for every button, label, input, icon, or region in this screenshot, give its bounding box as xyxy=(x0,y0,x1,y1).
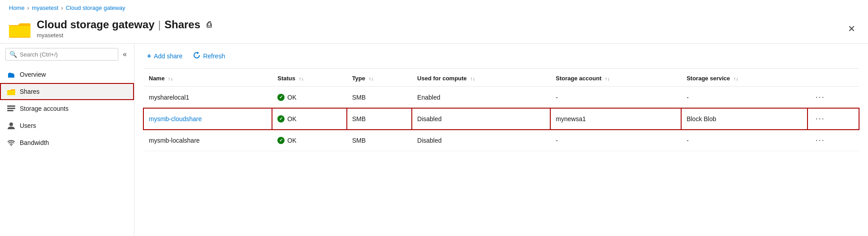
cell-name-0[interactable]: mysharelocal1 xyxy=(143,87,272,108)
table-row[interactable]: mysmb-localshare OK SMB Disabled - - ··· xyxy=(143,130,859,151)
svg-rect-9 xyxy=(7,108,15,109)
cell-status-0: OK xyxy=(272,87,346,108)
search-icon: 🔍 xyxy=(9,51,17,58)
sidebar-item-overview[interactable]: Overview xyxy=(0,66,134,83)
page-wrapper: Home › myasetest › Cloud storage gateway… xyxy=(0,0,868,236)
cell-status-1: OK xyxy=(272,108,346,130)
sidebar-label-shares: Shares xyxy=(20,88,39,95)
svg-rect-6 xyxy=(8,75,14,78)
breadcrumb-home[interactable]: Home xyxy=(9,4,25,11)
cell-more-2[interactable]: ··· xyxy=(808,130,859,151)
more-button-0[interactable]: ··· xyxy=(813,92,828,103)
refresh-icon xyxy=(193,52,200,60)
cell-compute-1: Disabled xyxy=(412,108,550,130)
close-button[interactable]: ✕ xyxy=(844,22,859,36)
cloud-icon xyxy=(7,70,15,79)
refresh-button[interactable]: Refresh xyxy=(190,49,229,63)
toolbar: + Add share Refresh xyxy=(143,44,859,69)
search-input-wrapper: 🔍 xyxy=(5,48,118,61)
sort-icon-account: ↑↓ xyxy=(605,76,610,81)
cell-compute-2: Disabled xyxy=(412,130,550,151)
sidebar-label-bandwidth: Bandwidth xyxy=(20,139,49,146)
col-header-type[interactable]: Type ↑↓ xyxy=(347,70,412,87)
sort-icon-status: ↑↓ xyxy=(299,76,304,81)
svg-point-12 xyxy=(11,145,12,146)
cell-type-2: SMB xyxy=(347,130,412,151)
breadcrumb-sep-1: › xyxy=(27,4,29,11)
header-title-block: Cloud storage gateway | Shares ⎙ myasete… xyxy=(37,18,212,39)
sidebar-label-storage-accounts: Storage accounts xyxy=(20,105,69,112)
header-left: Cloud storage gateway | Shares ⎙ myasete… xyxy=(9,18,212,39)
svg-point-11 xyxy=(9,122,13,126)
table-header-row: Name ↑↓ Status ↑↓ Type ↑↓ Used for com xyxy=(143,70,859,87)
more-button-2[interactable]: ··· xyxy=(813,135,828,146)
svg-rect-10 xyxy=(7,110,13,111)
table-row[interactable]: mysharelocal1 OK SMB Enabled - - ··· xyxy=(143,87,859,108)
main-layout: 🔍 « Overview xyxy=(0,44,868,236)
status-label: OK xyxy=(287,94,296,101)
sidebar-item-bandwidth[interactable]: Bandwidth xyxy=(0,134,134,151)
cell-compute-0: Enabled xyxy=(412,87,550,108)
header-area: Cloud storage gateway | Shares ⎙ myasete… xyxy=(0,16,868,44)
status-ok-icon xyxy=(277,115,285,122)
search-input[interactable] xyxy=(20,51,114,58)
collapse-button[interactable]: « xyxy=(121,48,129,60)
sidebar-item-shares[interactable]: Shares xyxy=(0,83,134,100)
cell-status-2: OK xyxy=(272,130,346,151)
status-ok-icon xyxy=(277,94,285,101)
sidebar-item-storage-accounts[interactable]: Storage accounts xyxy=(0,100,134,117)
content-area: + Add share Refresh xyxy=(134,44,868,236)
breadcrumb-sep-2: › xyxy=(61,4,63,11)
status-label: OK xyxy=(287,137,296,144)
sidebar-item-users[interactable]: Users xyxy=(0,117,134,134)
cell-more-0[interactable]: ··· xyxy=(808,87,859,108)
lines-icon xyxy=(7,105,15,113)
cell-service-2: - xyxy=(681,130,808,151)
col-header-storage-account[interactable]: Storage account ↑↓ xyxy=(550,70,681,87)
svg-marker-13 xyxy=(197,52,199,54)
sort-icon-service: ↑↓ xyxy=(734,76,738,81)
svg-rect-7 xyxy=(7,91,15,95)
col-header-actions xyxy=(808,70,859,87)
breadcrumb-gateway[interactable]: Cloud storage gateway xyxy=(66,4,125,11)
cell-type-1: SMB xyxy=(347,108,412,130)
status-label: OK xyxy=(287,115,296,122)
cell-more-1[interactable]: ··· xyxy=(808,108,859,130)
status-ok-icon xyxy=(277,137,285,144)
cell-account-1: mynewsa1 xyxy=(550,108,681,130)
sort-icon-name: ↑↓ xyxy=(168,76,173,81)
svg-rect-2 xyxy=(9,26,30,37)
cell-type-0: SMB xyxy=(347,87,412,108)
more-button-1[interactable]: ··· xyxy=(813,113,828,124)
plus-icon: + xyxy=(147,52,151,60)
add-share-button[interactable]: + Add share xyxy=(143,49,186,63)
print-icon[interactable]: ⎙ xyxy=(207,20,212,30)
breadcrumb-myasetest[interactable]: myasetest xyxy=(32,4,58,11)
sort-icon-compute: ↑↓ xyxy=(470,76,475,81)
person-icon xyxy=(7,122,15,130)
folder-nav-icon xyxy=(7,87,15,96)
sidebar: 🔍 « Overview xyxy=(0,44,134,236)
cell-account-2: - xyxy=(550,130,681,151)
col-header-used-for-compute[interactable]: Used for compute ↑↓ xyxy=(412,70,550,87)
col-header-name[interactable]: Name ↑↓ xyxy=(143,70,272,87)
table-row[interactable]: mysmb-cloudshare OK SMB Disabled mynewsa… xyxy=(143,108,859,130)
cell-service-0: - xyxy=(681,87,808,108)
cell-account-0: - xyxy=(550,87,681,108)
breadcrumb: Home › myasetest › Cloud storage gateway xyxy=(0,0,868,16)
svg-rect-8 xyxy=(7,105,15,107)
cell-service-1: Block Blob xyxy=(681,108,808,130)
page-title: Cloud storage gateway | Shares ⎙ xyxy=(37,18,212,31)
search-bar: 🔍 « xyxy=(5,48,129,61)
nav-items: Overview Shares xyxy=(0,66,134,151)
wifi-icon xyxy=(7,139,15,147)
sidebar-label-users: Users xyxy=(20,122,36,129)
cell-name-2[interactable]: mysmb-localshare xyxy=(143,130,272,151)
folder-icon xyxy=(9,20,30,38)
data-table: Name ↑↓ Status ↑↓ Type ↑↓ Used for com xyxy=(143,70,859,151)
cell-name-1[interactable]: mysmb-cloudshare xyxy=(143,108,272,130)
col-header-status[interactable]: Status ↑↓ xyxy=(272,70,346,87)
col-header-storage-service[interactable]: Storage service ↑↓ xyxy=(681,70,808,87)
sort-icon-type: ↑↓ xyxy=(369,76,374,81)
subtitle: myasetest xyxy=(37,32,212,39)
